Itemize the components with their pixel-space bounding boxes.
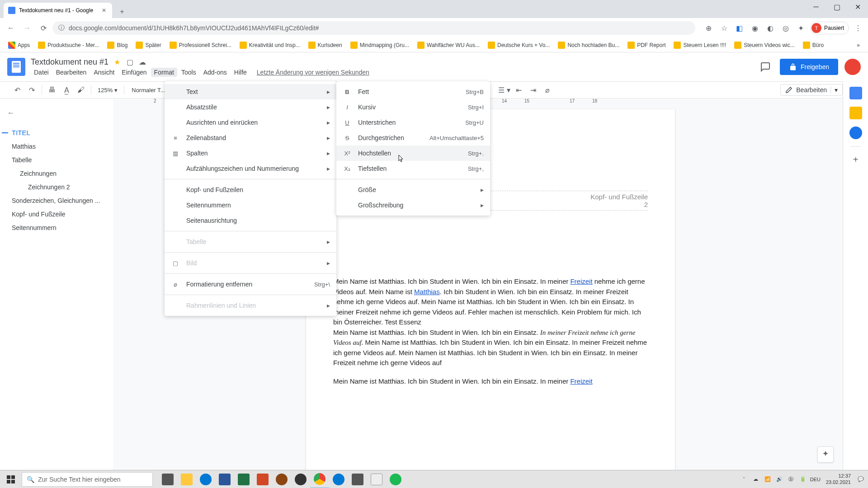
keep-app-icon[interactable]	[849, 107, 862, 119]
clear-format-button[interactable]: ⌀	[541, 84, 554, 96]
bookmark-overflow[interactable]: »	[853, 40, 863, 50]
last-change-link[interactable]: Letzte Änderung vor wenigen Sekunden	[254, 68, 373, 77]
outline-item[interactable]: Sonderzeichen, Gleichungen ...	[7, 194, 106, 207]
explorer-button[interactable]	[177, 470, 196, 488]
extension2-icon[interactable]: ◐	[764, 22, 777, 34]
bookmark-item[interactable]: Mindmapping (Gru...	[347, 40, 413, 51]
browser-tab[interactable]: Textdokument neu #1 - Google ✕	[4, 3, 112, 18]
undo-button[interactable]: ↶	[11, 84, 24, 96]
outline-item[interactable]: Matthias	[7, 140, 106, 153]
profile-chip[interactable]: T Pausiert	[810, 22, 849, 34]
format-menu-item-9[interactable]: Seitenausrichtung	[165, 213, 336, 228]
edge-button[interactable]	[196, 470, 215, 488]
text-submenu-item-5[interactable]: X₂TiefstellenStrg+,	[336, 161, 490, 176]
chrome-button[interactable]	[310, 470, 329, 488]
text-submenu-item-2[interactable]: UUnterstrichenStrg+U	[336, 115, 490, 130]
tray-chevron-icon[interactable]: ˆ	[740, 475, 749, 484]
document-text[interactable]: Mein Name ist Matthias. Ich bin Student …	[333, 277, 648, 386]
app-button[interactable]	[272, 470, 291, 488]
text-submenu-item-4[interactable]: X²HochstellenStrg+.	[336, 145, 490, 161]
notifications-icon[interactable]: 💬	[856, 475, 865, 484]
outline-item[interactable]: Seitennummern	[7, 221, 106, 235]
docs-logo-icon[interactable]	[7, 58, 25, 76]
menu-format[interactable]: Format	[151, 68, 177, 77]
browser-menu-icon[interactable]: ⋮	[852, 22, 864, 34]
text-submenu-item-0[interactable]: BFettStrg+B	[336, 84, 490, 99]
bookmark-item[interactable]: Produktsuche - Mer...	[34, 40, 103, 51]
text-submenu-item-8[interactable]: Großschreibung▸	[336, 197, 490, 213]
extension-icon[interactable]: ◉	[749, 22, 761, 34]
comments-icon[interactable]	[757, 59, 774, 75]
format-menu-item-13[interactable]: ▢Bild▸	[165, 255, 336, 271]
format-menu-item-1[interactable]: Absatzstile▸	[165, 99, 336, 115]
cloud-status-icon[interactable]: ☁	[138, 58, 146, 66]
wifi-icon[interactable]: 📶	[763, 475, 772, 484]
battery-icon[interactable]: 🔋	[798, 475, 807, 484]
format-menu-item-4[interactable]: ▥Spalten▸	[165, 145, 336, 161]
outline-close-button[interactable]: ←	[7, 106, 22, 120]
bookmark-item[interactable]: Deutsche Kurs + Vo...	[484, 40, 553, 51]
format-menu-item-8[interactable]: Seitennummern	[165, 197, 336, 213]
star-icon[interactable]: ★	[113, 58, 121, 66]
paragraph-style-select[interactable]: Normaler T...	[128, 86, 169, 94]
edge-button[interactable]	[329, 470, 348, 488]
calendar-app-icon[interactable]	[849, 87, 862, 99]
redo-button[interactable]: ↷	[25, 84, 38, 96]
format-menu-item-11[interactable]: Tabelle▸	[165, 234, 336, 249]
editing-mode-select[interactable]: Bearbeiten ▾	[780, 84, 843, 96]
format-menu-item-7[interactable]: Kopf- und Fußzeilen	[165, 182, 336, 197]
onedrive-icon[interactable]: ☁	[751, 475, 760, 484]
share-button[interactable]: Freigeben	[780, 59, 838, 75]
outline-item[interactable]: Kopf- und Fußzeile	[7, 207, 106, 221]
format-menu-item-5[interactable]: Aufzählungszeichen und Nummerierung▸	[165, 161, 336, 176]
link-matthias[interactable]: Matthias	[414, 288, 440, 296]
bookmark-item[interactable]: PDF Report	[624, 40, 669, 51]
back-button[interactable]: ←	[4, 21, 18, 35]
menu-addons[interactable]: Add-ons	[200, 68, 230, 77]
menu-einfuegen[interactable]: Einfügen	[118, 68, 150, 77]
taskbar-search-input[interactable]: 🔍 Zur Suche Text hier eingeben	[22, 472, 153, 487]
new-tab-button[interactable]: +	[116, 5, 128, 18]
powerpoint-button[interactable]	[253, 470, 272, 488]
menu-tools[interactable]: Tools	[178, 68, 199, 77]
star-bookmark-icon[interactable]: ☆	[718, 22, 731, 34]
outline-item[interactable]: Zeichnungen	[7, 167, 106, 180]
format-paint-button[interactable]: 🖌	[75, 84, 87, 96]
decrease-indent-button[interactable]: ⇤	[512, 84, 525, 96]
bookmark-item[interactable]: Büro	[799, 40, 827, 51]
user-avatar[interactable]	[844, 59, 861, 75]
format-menu-item-17[interactable]: Rahmenlinien und Linien▸	[165, 298, 336, 313]
window-maximize-button[interactable]: ▢	[826, 0, 847, 14]
zoom-icon[interactable]: ⊕	[703, 22, 715, 34]
tab-close-icon[interactable]: ✕	[100, 7, 108, 14]
outline-item[interactable]: Zeichnungen 2	[7, 180, 106, 194]
outline-item-titel[interactable]: TITEL	[7, 126, 106, 140]
bluetooth-icon[interactable]: ⓑ	[787, 475, 796, 484]
bookmark-item[interactable]: Professionell Schrei...	[166, 40, 235, 51]
extensions-puzzle-icon[interactable]: ✦	[795, 22, 807, 34]
move-icon[interactable]: ▢	[126, 58, 134, 66]
language-indicator[interactable]: DEU	[810, 477, 821, 482]
menu-bearbeiten[interactable]: Bearbeiten	[53, 68, 90, 77]
taskbar-clock[interactable]: 12:37 23.02.2021	[823, 473, 854, 485]
zoom-select[interactable]: 125% ▾	[95, 86, 120, 94]
bullet-list-button[interactable]: ☰ ▾	[498, 84, 510, 96]
excel-button[interactable]	[234, 470, 253, 488]
format-menu-item-15[interactable]: ⌀Formatierung entfernenStrg+\	[165, 277, 336, 292]
bookmark-item[interactable]: Steuern Videos wic...	[731, 40, 798, 51]
text-submenu-item-1[interactable]: IKursivStrg+I	[336, 99, 490, 115]
link-freizeit-2[interactable]: Freizeit	[570, 377, 592, 385]
format-menu-item-3[interactable]: ≡Zeilenabstand▸	[165, 130, 336, 145]
document-title[interactable]: Textdokument neu #1	[31, 57, 108, 67]
bookmark-item[interactable]: Später	[132, 40, 165, 51]
outline-item[interactable]: Tabelle	[7, 153, 106, 167]
start-button[interactable]	[0, 470, 22, 488]
menu-hilfe[interactable]: Hilfe	[231, 68, 250, 77]
forward-button[interactable]: →	[20, 21, 34, 35]
format-menu-item-0[interactable]: Text▸	[165, 84, 336, 99]
format-menu-item-2[interactable]: Ausrichten und einrücken▸	[165, 115, 336, 130]
extension3-icon[interactable]: ◎	[779, 22, 792, 34]
url-input[interactable]: ⓘ docs.google.com/document/d/1hUH8k6h7Lb…	[52, 21, 695, 35]
link-freizeit[interactable]: Freizeit	[570, 277, 592, 285]
text-submenu-item-7[interactable]: Größe▸	[336, 182, 490, 197]
